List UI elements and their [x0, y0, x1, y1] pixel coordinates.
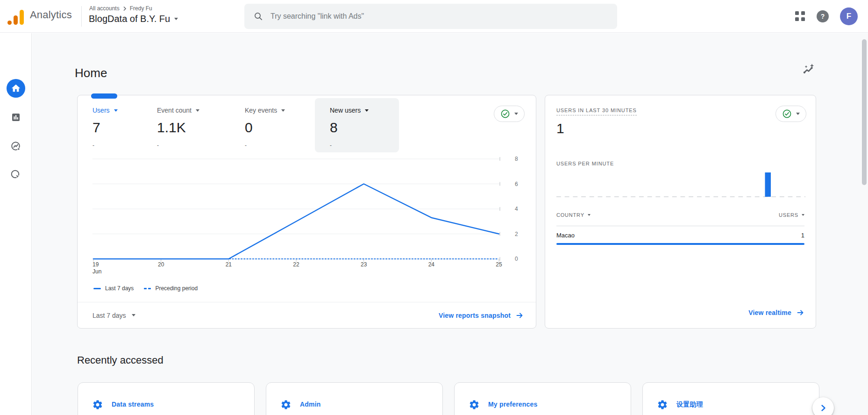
chart-x-axis-labels: 19Jun202122232425: [92, 261, 504, 277]
breadcrumb-account[interactable]: Fredy Fu: [130, 5, 152, 12]
recent-card-设置助理[interactable]: 设置助理: [642, 382, 819, 415]
chart-y-axis-labels: 02468: [515, 151, 529, 268]
breadcrumb: All accounts Fredy Fu: [89, 5, 152, 12]
vertical-scrollbar[interactable]: [862, 39, 867, 185]
country-header-label: COUNTRY: [556, 212, 584, 218]
gear-icon: [92, 399, 103, 410]
logo-dot: [7, 21, 12, 25]
main-content: Home Users7-Event count1.1K-Key events0-…: [32, 33, 868, 415]
sidebar-item-reports[interactable]: [7, 108, 25, 127]
metric-label-text: New users: [330, 107, 361, 114]
recent-card-my-preferences[interactable]: My preferences: [454, 382, 631, 415]
app-header: Analytics All accounts Fredy Fu BlogData…: [0, 0, 868, 33]
apps-grid-icon[interactable]: [795, 11, 805, 21]
y-tick-6: 6: [515, 181, 518, 187]
overview-card-footer: Last 7 days View reports snapshot: [78, 302, 536, 328]
x-tick-22: 22: [287, 261, 306, 268]
legend-item-preceding-period: Preceding period: [144, 285, 198, 292]
metric-event-count: Event count1.1K-: [157, 107, 199, 149]
gear-icon: [657, 399, 668, 410]
realtime-users-value: 1: [556, 121, 564, 136]
metric-new-users: New users8-: [330, 107, 369, 149]
recently-accessed-title: Recently accessed: [77, 354, 164, 366]
row-value-bar: [556, 243, 804, 245]
metric-label-text: Users: [92, 107, 110, 114]
sidebar-item-explore[interactable]: [7, 137, 25, 156]
recent-card-data-streams[interactable]: Data streams: [78, 382, 255, 415]
y-tick-8: 8: [515, 156, 518, 162]
table-row-macao[interactable]: Macao1: [556, 228, 804, 242]
users-column-header[interactable]: USERS: [779, 212, 804, 218]
data-quality-badge[interactable]: [776, 106, 806, 122]
search-input[interactable]: [270, 12, 608, 21]
x-tick-25: 25: [490, 261, 508, 268]
date-range-label: Last 7 days: [92, 312, 126, 319]
logo-bar-mid: [14, 15, 18, 25]
legend-item-last-7-days: Last 7 days: [93, 285, 134, 292]
metric-dropdown-key-events[interactable]: Key events: [245, 107, 285, 114]
metric-delta-event-count: -: [157, 142, 199, 149]
metric-delta-key-events: -: [245, 142, 285, 149]
data-quality-badge[interactable]: [494, 106, 525, 122]
chart-legend: Last 7 daysPreceding period: [93, 285, 198, 292]
country-cell: Macao: [556, 232, 575, 239]
metric-label-text: Event count: [157, 107, 192, 114]
chevron-down-icon: [281, 109, 285, 112]
page-title: Home: [75, 66, 107, 80]
analytics-logo-icon[interactable]: [7, 8, 24, 25]
property-name: BlogData of B.Y. Fu: [89, 14, 170, 24]
metric-value-new-users: 8: [330, 120, 369, 136]
realtime-card: USERS IN LAST 30 MINUTES 1 USERS PER MIN…: [545, 95, 816, 329]
view-reports-snapshot-link[interactable]: View reports snapshot: [439, 311, 524, 320]
recently-accessed-row: Data streamsAdminMy preferences设置助理: [78, 382, 819, 415]
solid-line-swatch: [93, 288, 101, 289]
country-column-header[interactable]: COUNTRY: [556, 212, 591, 218]
link-label: View reports snapshot: [439, 312, 511, 319]
y-tick-4: 4: [515, 206, 518, 212]
bar-chart-icon: [10, 112, 21, 123]
metric-delta-users: -: [92, 142, 118, 149]
metric-value-key-events: 0: [245, 120, 285, 136]
property-switcher[interactable]: BlogData of B.Y. Fu: [89, 14, 178, 24]
metric-key-events: Key events0-: [245, 107, 285, 149]
help-icon[interactable]: ?: [817, 10, 829, 22]
recent-card-label: My preferences: [488, 399, 538, 408]
realtime-title: USERS IN LAST 30 MINUTES: [556, 107, 637, 115]
recent-card-label: Admin: [300, 399, 321, 408]
users-cell: 1: [801, 232, 804, 239]
sidebar-item-home[interactable]: [7, 79, 25, 98]
home-overview-card: Users7-Event count1.1K-Key events0-New u…: [77, 95, 536, 329]
users-header-label: USERS: [779, 212, 798, 218]
logo-bar-tall: [20, 10, 24, 25]
gear-icon: [469, 399, 480, 410]
users-per-minute-chart: [556, 165, 805, 198]
view-realtime-link[interactable]: View realtime: [748, 308, 804, 317]
y-tick-2: 2: [515, 231, 518, 237]
product-name: Analytics: [30, 9, 72, 21]
metric-users: Users7-: [92, 107, 118, 149]
chevron-down-icon: [174, 18, 178, 20]
y-tick-0: 0: [515, 256, 518, 262]
metric-delta-new-users: -: [330, 142, 369, 149]
x-tick-21: 21: [219, 261, 238, 268]
table-divider: [556, 226, 804, 226]
advertising-icon: [10, 169, 21, 180]
date-range-selector[interactable]: Last 7 days: [92, 312, 135, 319]
carousel-next-button[interactable]: [812, 397, 834, 415]
search-bar[interactable]: [244, 4, 617, 29]
chevron-down-icon: [132, 314, 135, 316]
sidebar-item-advertising[interactable]: [7, 165, 25, 184]
avatar[interactable]: F: [840, 7, 858, 25]
arrow-right-icon: [515, 311, 524, 320]
insights-icon[interactable]: [800, 60, 818, 79]
recent-card-admin[interactable]: Admin: [266, 382, 443, 415]
x-tick-20: 20: [152, 261, 171, 268]
chevron-down-icon: [514, 113, 518, 115]
chevron-down-icon: [196, 109, 199, 112]
metric-dropdown-event-count[interactable]: Event count: [157, 107, 199, 114]
selected-metric-indicator: [91, 93, 117, 99]
metric-dropdown-users[interactable]: Users: [92, 107, 118, 114]
breadcrumb-all-accounts[interactable]: All accounts: [89, 5, 120, 12]
metric-dropdown-new-users[interactable]: New users: [330, 107, 369, 114]
recent-card-label: Data streams: [112, 399, 154, 408]
